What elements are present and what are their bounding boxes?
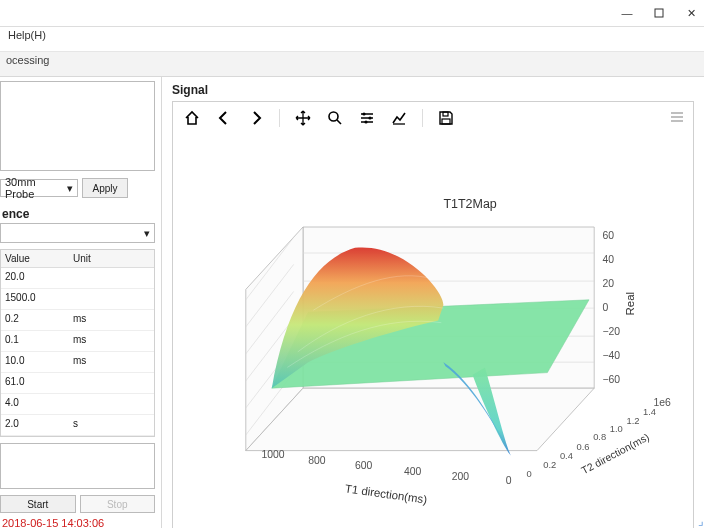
tabbar: ocessing bbox=[0, 52, 704, 77]
plot-toolbar bbox=[173, 102, 693, 134]
svg-text:−40: −40 bbox=[603, 350, 621, 361]
right-panel: Signal bbox=[162, 77, 704, 528]
table-row[interactable]: 0.2ms bbox=[1, 310, 154, 331]
back-button[interactable] bbox=[215, 109, 233, 127]
save-icon bbox=[438, 110, 454, 126]
table-row[interactable]: 61.0 bbox=[1, 373, 154, 394]
y-axis-label: T2 direction(ms) bbox=[580, 431, 651, 476]
start-button[interactable]: Start bbox=[0, 495, 76, 513]
table-row[interactable]: 10.0ms bbox=[1, 352, 154, 373]
table-row[interactable]: 0.1ms bbox=[1, 331, 154, 352]
home-icon bbox=[184, 110, 200, 126]
svg-text:0: 0 bbox=[603, 302, 609, 313]
edit-button[interactable] bbox=[390, 109, 408, 127]
svg-point-4 bbox=[364, 120, 367, 123]
svg-text:1.0: 1.0 bbox=[610, 424, 623, 434]
tab-processing[interactable]: ocessing bbox=[6, 54, 49, 66]
home-button[interactable] bbox=[183, 109, 201, 127]
table-row[interactable]: 2.0s bbox=[1, 415, 154, 436]
run-row: Start Stop bbox=[0, 495, 155, 513]
svg-rect-6 bbox=[442, 119, 450, 124]
plot-container: T1T2Map bbox=[172, 101, 694, 528]
svg-point-3 bbox=[368, 116, 371, 119]
sequence-select[interactable]: ▾ bbox=[0, 223, 155, 243]
menubar: Help(H) bbox=[0, 27, 704, 52]
y-axis-exp: 1e6 bbox=[653, 397, 671, 408]
chevron-down-icon: ▾ bbox=[144, 227, 150, 240]
svg-text:0: 0 bbox=[506, 475, 512, 486]
menu-icon[interactable] bbox=[671, 112, 683, 122]
stop-button: Stop bbox=[80, 495, 156, 513]
svg-text:0: 0 bbox=[527, 469, 532, 479]
surface-plot[interactable]: T1T2Map bbox=[173, 134, 693, 528]
resize-handle-icon[interactable]: ⌟ bbox=[698, 514, 704, 528]
chevron-down-icon: ▾ bbox=[67, 182, 73, 195]
timestamp-label: 2018-06-15 14:03:06 bbox=[0, 513, 155, 528]
signal-header: Signal bbox=[172, 83, 694, 97]
svg-text:200: 200 bbox=[452, 471, 470, 482]
svg-point-2 bbox=[362, 112, 365, 115]
svg-text:1.2: 1.2 bbox=[626, 416, 639, 426]
configure-button[interactable] bbox=[358, 109, 376, 127]
table-row[interactable]: 4.0 bbox=[1, 394, 154, 415]
svg-text:20: 20 bbox=[603, 278, 615, 289]
arrow-right-icon bbox=[248, 110, 264, 126]
svg-text:0.8: 0.8 bbox=[593, 432, 606, 442]
square-icon bbox=[654, 8, 664, 18]
move-icon bbox=[295, 110, 311, 126]
svg-marker-9 bbox=[246, 388, 594, 450]
apply-button[interactable]: Apply bbox=[82, 178, 128, 198]
chart-line-icon bbox=[391, 110, 407, 126]
separator bbox=[422, 109, 423, 127]
pan-button[interactable] bbox=[294, 109, 312, 127]
left-panel: 30mm Probe ▾ Apply ence ▾ Value Unit 20.… bbox=[0, 77, 162, 528]
sliders-icon bbox=[359, 110, 375, 126]
table-header: Value Unit bbox=[1, 250, 154, 268]
main-body: 30mm Probe ▾ Apply ence ▾ Value Unit 20.… bbox=[0, 77, 704, 528]
separator bbox=[279, 109, 280, 127]
col-value: Value bbox=[1, 250, 69, 267]
z-axis-label: Real bbox=[624, 292, 636, 316]
svg-point-1 bbox=[329, 112, 338, 121]
svg-rect-5 bbox=[443, 112, 448, 116]
svg-text:1000: 1000 bbox=[261, 449, 284, 460]
search-icon bbox=[327, 110, 343, 126]
close-button[interactable]: ✕ bbox=[684, 6, 698, 20]
forward-button[interactable] bbox=[247, 109, 265, 127]
svg-text:800: 800 bbox=[308, 455, 326, 466]
svg-text:0.2: 0.2 bbox=[543, 460, 556, 470]
app-window: — ✕ Help(H) ocessing 30mm Probe ▾ Apply … bbox=[0, 0, 704, 528]
arrow-left-icon bbox=[216, 110, 232, 126]
probe-row: 30mm Probe ▾ Apply bbox=[0, 177, 155, 199]
save-button[interactable] bbox=[437, 109, 455, 127]
top-input[interactable] bbox=[0, 81, 155, 171]
svg-text:60: 60 bbox=[603, 230, 615, 241]
table-row[interactable]: 1500.0 bbox=[1, 289, 154, 310]
zoom-button[interactable] bbox=[326, 109, 344, 127]
svg-text:600: 600 bbox=[355, 460, 373, 471]
svg-text:0.6: 0.6 bbox=[577, 442, 590, 452]
x-axis-label: T1 direction(ms) bbox=[344, 482, 428, 505]
help-menu[interactable]: Help(H) bbox=[8, 29, 46, 41]
svg-rect-0 bbox=[655, 9, 663, 17]
maximize-button[interactable] bbox=[652, 6, 666, 20]
svg-text:400: 400 bbox=[404, 466, 422, 477]
svg-text:1.4: 1.4 bbox=[643, 407, 656, 417]
sequence-header: ence bbox=[0, 203, 155, 223]
probe-value: 30mm Probe bbox=[5, 176, 67, 200]
minimize-button[interactable]: — bbox=[620, 6, 634, 20]
svg-text:0.4: 0.4 bbox=[560, 451, 573, 461]
log-textarea[interactable] bbox=[0, 443, 155, 489]
table-row[interactable]: 20.0 bbox=[1, 268, 154, 289]
svg-text:40: 40 bbox=[603, 254, 615, 265]
col-unit: Unit bbox=[69, 250, 137, 267]
svg-text:−20: −20 bbox=[603, 326, 621, 337]
titlebar: — ✕ bbox=[0, 0, 704, 27]
chart-title: T1T2Map bbox=[443, 197, 496, 211]
svg-text:−60: −60 bbox=[603, 374, 621, 385]
params-table: Value Unit 20.0 1500.0 0.2ms 0.1ms 10.0m… bbox=[0, 249, 155, 437]
probe-select[interactable]: 30mm Probe ▾ bbox=[0, 179, 78, 197]
